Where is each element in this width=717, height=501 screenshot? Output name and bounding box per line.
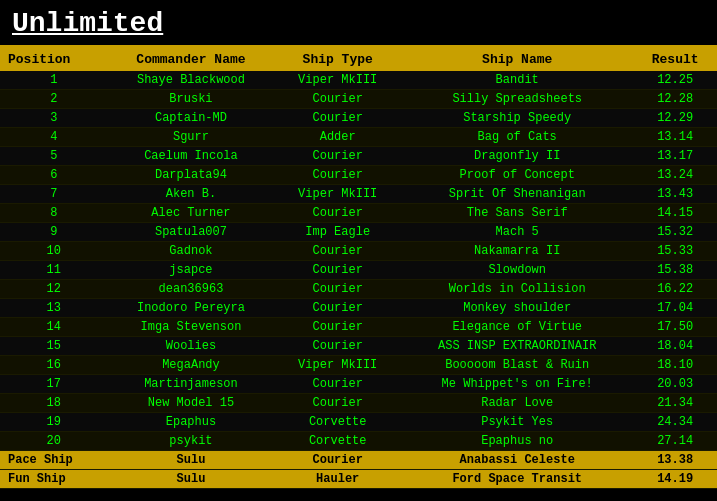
table-row: 20psykitCorvetteEpaphus no27.14 [0,432,717,451]
table-row: 8Alec TurnerCourierThe Sans Serif14.15 [0,204,717,223]
header-commander: Commander Name [108,48,275,71]
header-shiptype: Ship Type [274,48,401,71]
table-row: 7Aken B.Viper MkIIISprit Of Shenanigan13… [0,185,717,204]
results-table: Position Commander Name Ship Type Ship N… [0,48,717,489]
header-shipname: Ship Name [401,48,633,71]
table-row: 10GadnokCourierNakamarra II15.33 [0,242,717,261]
table-row: 14Imga StevensonCourierElegance of Virtu… [0,318,717,337]
table-row: 2BruskiCourierSilly Spreadsheets12.28 [0,90,717,109]
special-row: Pace ShipSuluCourierAnabassi Celeste13.3… [0,451,717,470]
table-row: 6Darplata94CourierProof of Concept13.24 [0,166,717,185]
table-row: 17MartinjamesonCourierMe Whippet's on Fi… [0,375,717,394]
table-row: 13Inodoro PereyraCourierMonkey shoulder1… [0,299,717,318]
table-row: 19EpaphusCorvettePsykit Yes24.34 [0,413,717,432]
table-row: 5Caelum IncolaCourierDragonfly II13.17 [0,147,717,166]
table-row: 1Shaye BlackwoodViper MkIIIBandit12.25 [0,71,717,90]
table-row: 3Captain-MDCourierStarship Speedy12.29 [0,109,717,128]
table-row: 11jsapceCourierSlowdown15.38 [0,261,717,280]
table-row: 16MegaAndyViper MkIIIBooooom Blast & Rui… [0,356,717,375]
table-row: 12dean36963CourierWorlds in Collision16.… [0,280,717,299]
special-row: Fun ShipSuluHaulerFord Space Transit14.1… [0,470,717,489]
table-row: 4SgurrAdderBag of Cats13.14 [0,128,717,147]
page-title: Unlimited [12,8,705,39]
table-row: 9Spatula007Imp EagleMach 515.32 [0,223,717,242]
header-result: Result [633,48,717,71]
table-row: 18New Model 15CourierRadar Love21.34 [0,394,717,413]
table-row: 15WooliesCourierASS INSP EXTRAORDINAIR18… [0,337,717,356]
header-position: Position [0,48,108,71]
title-bar: Unlimited [0,0,717,48]
